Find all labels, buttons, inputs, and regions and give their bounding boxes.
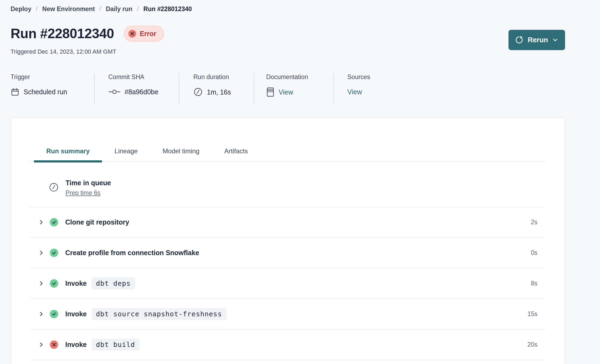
command-chip: dbt deps	[92, 277, 135, 290]
breadcrumb-environment[interactable]: New Environment	[42, 5, 95, 13]
step-row-clone-git-repository[interactable]: Clone git repository 2s	[30, 207, 546, 238]
document-icon	[266, 87, 275, 97]
refresh-icon	[515, 36, 523, 44]
time-in-queue-text: Time in queue Prep time 6s	[66, 178, 111, 197]
breadcrumb-separator: /	[137, 5, 139, 13]
sources-view-link[interactable]: View	[347, 87, 362, 96]
run-meta-strip: Trigger Scheduled run Commit SHA	[11, 73, 370, 105]
meta-duration-label: Run duration	[193, 73, 254, 81]
success-status-icon	[50, 279, 58, 288]
meta-run-duration: Run duration 1m, 16s	[179, 73, 254, 105]
prep-time-link[interactable]: Prep time 6s	[66, 189, 100, 197]
step-duration: 15s	[527, 310, 537, 318]
command-chip: dbt source snapshot-freshness	[92, 308, 226, 320]
success-status-icon	[50, 310, 58, 318]
meta-commit-value: #8a96d0be	[125, 87, 158, 96]
step-title: Invoke	[65, 280, 87, 287]
meta-documentation-label: Documentation	[266, 73, 333, 81]
title-row: Run #228012340 Error	[11, 25, 164, 42]
chevron-right-icon[interactable]	[38, 250, 44, 256]
time-in-queue-section: Time in queue Prep time 6s	[30, 162, 546, 207]
breadcrumb-separator: /	[99, 5, 101, 13]
step-duration: 0s	[531, 249, 537, 256]
error-x-icon	[128, 30, 136, 38]
step-title: Invoke	[65, 310, 87, 318]
step-row-invoke-dbt-deps[interactable]: Invoke dbt deps 8s	[30, 268, 546, 299]
status-badge-label: Error	[140, 30, 156, 38]
clock-icon	[193, 87, 203, 97]
breadcrumb: Deploy / New Environment / Daily run / R…	[11, 5, 192, 13]
step-duration: 20s	[527, 341, 537, 348]
page-title: Run #228012340	[11, 25, 114, 42]
meta-trigger-value: Scheduled run	[24, 87, 67, 96]
tab-run-summary[interactable]: Run summary	[34, 141, 102, 161]
step-row-create-profile[interactable]: Create profile from connection Snowflake…	[30, 238, 546, 268]
tab-model-timing[interactable]: Model timing	[150, 141, 212, 161]
step-row-invoke-dbt-build[interactable]: Invoke dbt build 20s	[30, 330, 546, 360]
triggered-timestamp: Triggered Dec 14, 2023, 12:00 AM GMT	[11, 48, 116, 56]
success-status-icon	[50, 249, 58, 257]
success-status-icon	[50, 218, 58, 226]
tab-artifacts[interactable]: Artifacts	[212, 141, 260, 161]
breadcrumb-separator: /	[36, 5, 38, 13]
status-badge: Error	[124, 26, 164, 42]
step-row-invoke-dbt-source-snapshot-freshness[interactable]: Invoke dbt source snapshot-freshness 15s	[30, 299, 546, 330]
tab-lineage[interactable]: Lineage	[102, 141, 150, 161]
chevron-right-icon[interactable]	[38, 281, 44, 286]
git-commit-icon	[108, 89, 120, 95]
time-in-queue-title: Time in queue	[66, 178, 111, 187]
step-duration: 8s	[531, 280, 537, 287]
rerun-button-label: Rerun	[528, 36, 548, 44]
step-title: Invoke	[65, 341, 87, 349]
content-column: Deploy / New Environment / Daily run / R…	[11, 0, 565, 364]
clock-icon	[49, 182, 59, 192]
calendar-icon	[11, 87, 19, 96]
chevron-right-icon[interactable]	[38, 219, 44, 225]
run-detail-page: Deploy / New Environment / Daily run / R…	[0, 0, 600, 364]
chevron-right-icon[interactable]	[38, 311, 44, 317]
meta-commit-sha: Commit SHA #8a96d0be	[95, 73, 179, 105]
step-title: Clone git repository	[65, 218, 129, 226]
chevron-right-icon[interactable]	[38, 342, 44, 347]
rerun-button[interactable]: Rerun	[508, 30, 565, 50]
meta-trigger: Trigger Scheduled run	[11, 73, 95, 105]
command-chip: dbt build	[92, 339, 139, 351]
meta-documentation: Documentation View	[254, 73, 334, 105]
breadcrumb-current-run: Run #228012340	[144, 5, 192, 13]
meta-sources-label: Sources	[347, 73, 370, 81]
error-status-icon	[50, 340, 58, 349]
run-details-card: Run summary Lineage Model timing Artifac…	[11, 117, 565, 364]
breadcrumb-deploy[interactable]: Deploy	[11, 5, 31, 13]
meta-sources: Sources View	[334, 73, 370, 105]
documentation-view-link[interactable]: View	[279, 87, 293, 97]
breadcrumb-job[interactable]: Daily run	[106, 5, 132, 13]
meta-commit-label: Commit SHA	[108, 73, 179, 81]
step-title: Create profile from connection Snowflake	[65, 249, 199, 257]
tab-bar: Run summary Lineage Model timing Artifac…	[30, 141, 546, 162]
meta-trigger-label: Trigger	[11, 73, 94, 81]
chevron-down-icon	[552, 37, 558, 43]
meta-duration-value: 1m, 16s	[207, 87, 231, 97]
step-duration: 2s	[531, 219, 537, 226]
